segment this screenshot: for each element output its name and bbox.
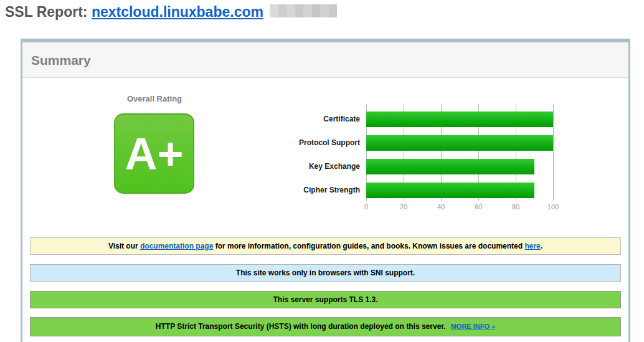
grade-badge: A+ — [114, 113, 194, 194]
x-tick-label-60: 60 — [466, 203, 491, 211]
hostname-link[interactable]: nextcloud.linuxbabe.com — [92, 4, 263, 20]
summary-panel: Summary Overall Rating A+ 020406080100Ce… — [21, 39, 630, 342]
bar-label-certificate: Certificate — [267, 112, 360, 127]
bar-cipher-strength — [366, 183, 534, 198]
redacted-ip-blur — [270, 4, 337, 17]
summary-heading: Summary — [22, 42, 628, 78]
bar-chart: 020406080100CertificateProtocol SupportK… — [267, 104, 578, 216]
bar-protocol-support — [366, 135, 553, 151]
bar-label-cipher-strength: Cipher Strength — [267, 183, 360, 198]
x-tick-label-20: 20 — [391, 203, 416, 211]
bar-certificate — [366, 112, 553, 127]
banner-hsts: HTTP Strict Transport Security (HSTS) wi… — [30, 317, 621, 336]
banner-hsts-text: HTTP Strict Transport Security (HSTS) wi… — [156, 322, 446, 331]
banner-tls13-text: This server supports TLS 1.3. — [273, 295, 377, 304]
x-tick-label-80: 80 — [503, 203, 528, 211]
grade-text: A+ — [125, 131, 183, 176]
page: SSL Report: nextcloud.linuxbabe.com Summ… — [0, 0, 644, 342]
banner-tls13: This server supports TLS 1.3. — [30, 291, 621, 308]
page-title: SSL Report: nextcloud.linuxbabe.com — [5, 4, 337, 21]
known-issues-link[interactable]: here — [524, 242, 540, 250]
bar-label-protocol-support: Protocol Support — [267, 135, 360, 151]
x-tick-label-100: 100 — [541, 203, 566, 211]
banner-sni: This site works only in browsers with SN… — [30, 264, 621, 282]
x-tick-label-0: 0 — [354, 203, 379, 211]
page-title-prefix: SSL Report: — [5, 4, 92, 20]
banner-documentation-text: Visit our — [108, 242, 140, 250]
bar-key-exchange — [366, 159, 534, 174]
banner-sni-text: This site works only in browsers with SN… — [236, 268, 415, 277]
x-tick-label-40: 40 — [429, 203, 453, 211]
documentation-page-link[interactable]: documentation page — [140, 242, 213, 250]
bar-label-key-exchange: Key Exchange — [267, 159, 360, 174]
overall-rating-label: Overall Rating — [92, 94, 217, 103]
gridline-100 — [553, 104, 554, 201]
hsts-more-info-link[interactable]: MORE INFO » — [451, 323, 496, 330]
banner-documentation: Visit our documentation page for more in… — [30, 237, 621, 255]
